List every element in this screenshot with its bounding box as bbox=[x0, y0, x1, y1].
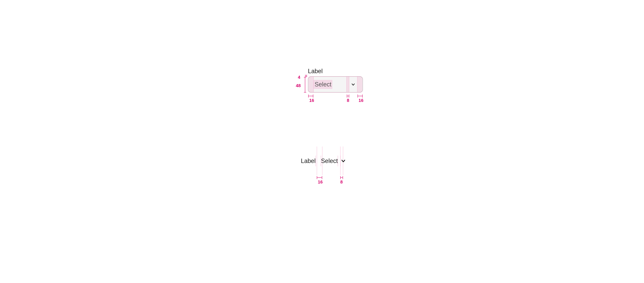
dimension-bracket bbox=[340, 176, 343, 179]
gap-region bbox=[338, 156, 340, 166]
dimension-value: 16 bbox=[318, 179, 323, 185]
dimension-bracket bbox=[317, 176, 322, 179]
dimension-value: 48 bbox=[296, 83, 301, 88]
dimension-bar-vertical bbox=[305, 75, 307, 77]
dimension-value: 4 bbox=[298, 75, 300, 80]
dimension-bracket bbox=[347, 95, 349, 98]
field-label: Label bbox=[301, 157, 316, 164]
padding-region-left bbox=[308, 77, 314, 92]
chevron-down-icon bbox=[351, 82, 356, 87]
dimension-value: 16 bbox=[358, 98, 364, 103]
dropdown-placeholder: Select bbox=[321, 157, 338, 164]
dropdown-text-area: Select bbox=[314, 77, 346, 92]
dimension-bracket bbox=[308, 95, 313, 98]
dropdown-spec-inline: Label Select 16 8 bbox=[288, 145, 372, 188]
padding-region-right bbox=[357, 77, 362, 92]
dimension-value: 16 bbox=[309, 98, 314, 103]
dropdown-spec-stacked: Label 4 48 Select bbox=[292, 68, 372, 118]
dropdown-icon-area bbox=[349, 77, 357, 92]
chevron-down-icon bbox=[341, 158, 346, 163]
gap-region bbox=[346, 77, 349, 92]
dropdown-select[interactable]: Select bbox=[308, 76, 363, 93]
dropdown-placeholder: Select bbox=[314, 80, 332, 89]
dimension-value: 8 bbox=[347, 98, 349, 103]
gap-region bbox=[316, 156, 321, 166]
field-label: Label bbox=[308, 68, 323, 75]
dimension-value: 8 bbox=[340, 179, 343, 185]
inline-dropdown[interactable]: Label Select bbox=[301, 156, 346, 166]
dimension-bracket bbox=[358, 95, 362, 98]
dimension-bar-vertical bbox=[305, 77, 305, 93]
